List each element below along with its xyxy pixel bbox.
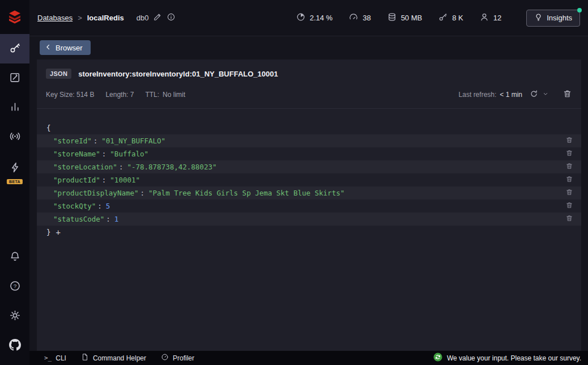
profiler-button[interactable]: Profiler [161,353,194,363]
chevron-left-icon [45,44,52,52]
svg-text:?: ? [13,283,16,289]
refresh-options-button[interactable] [542,91,549,99]
sidebar-item-help[interactable]: ? [0,272,29,302]
json-colon: : [140,189,145,197]
json-colon: : [119,163,123,171]
cpu-usage-icon [296,12,306,24]
sidebar-item-triggers-functions[interactable]: BETA [0,152,29,185]
gear-icon [9,309,21,324]
json-field-row: "productDisplayName" : "Palm Tree Kids G… [37,186,581,200]
delete-field-button[interactable] [565,201,573,211]
json-field-value[interactable]: "-78.878738,42.88023" [127,163,216,171]
edit-db-alias-button[interactable] [153,12,162,23]
json-field-key[interactable]: "productDisplayName" [53,189,139,197]
json-field-row: "productId" : "10001" [37,173,581,186]
command-helper-label: Command Helper [93,354,146,362]
json-colon: : [106,215,110,223]
refresh-icon [529,89,539,100]
bottom-bar: >_ CLI Command Helper Profiler [29,351,588,365]
sidebar: BETA ? [0,0,29,365]
refresh-key-button[interactable] [529,89,539,100]
insights-button[interactable]: Insights [526,10,580,27]
trash-icon [565,188,573,198]
commands-per-sec-value: 38 [363,14,370,22]
json-field-value[interactable]: "01_NY_BUFFALO" [101,137,165,145]
json-colon: : [93,137,98,145]
json-colon: : [102,150,106,158]
key-icon [9,42,21,56]
json-field-key[interactable]: "storeName" [53,150,100,158]
delete-field-button[interactable] [565,162,573,172]
json-field-key[interactable]: "statusCode" [53,215,104,223]
json-close-line: } + [37,226,581,239]
key-ttl-group[interactable]: TTL: No limit [145,91,185,99]
json-field-value[interactable]: "10001" [110,176,140,184]
sidebar-bottom: ? [0,243,29,365]
insights-button-label: Insights [547,14,572,22]
json-field-row: "stockQty" : 5 [37,200,581,213]
trash-icon [565,214,573,224]
back-to-browser-button[interactable]: Browser [40,40,91,55]
last-refresh-value: < 1 min [500,91,522,99]
key-header: JSON storeInventory:storeInventoryId:01_… [37,60,581,83]
json-field-key[interactable]: "productId" [53,176,100,184]
delete-field-button[interactable] [565,136,573,146]
json-field-key[interactable]: "stockQty" [53,202,96,210]
app-window: BETA ? [0,0,588,365]
content-area: Browser JSON storeInventory:storeInvento… [29,36,588,365]
trash-icon [565,201,573,211]
sidebar-item-notifications[interactable] [0,243,29,272]
key-meta-row: Key Size: 514 B Length: 7 TTL: No limit … [37,83,581,109]
back-to-browser-label: Browser [56,44,83,52]
json-field-key[interactable]: "storeId" [53,137,92,145]
command-helper-button[interactable]: Command Helper [81,353,146,363]
sidebar-item-browser[interactable] [0,34,29,63]
main-area: Databases > localRedis db0 [29,0,588,365]
cpu-usage-value: 2.14 % [310,14,333,22]
delete-field-button[interactable] [565,149,573,159]
cli-button[interactable]: >_ CLI [44,354,66,362]
notification-dot [577,8,582,12]
sidebar-item-settings[interactable] [0,302,29,331]
json-field-value[interactable]: 5 [106,202,110,210]
delete-field-button[interactable] [565,188,573,198]
key-size-label: Key Size: 514 B [46,91,94,99]
add-field-button[interactable]: + [56,228,61,236]
breadcrumb-databases-link[interactable]: Databases [37,14,73,22]
breadcrumb-separator: > [78,14,82,22]
db-stats: 2.14 % 38 50 MB [296,12,502,24]
cpu-usage-stat: 2.14 % [296,12,333,24]
json-field-key[interactable]: "storeLocation" [53,163,117,171]
survey-link[interactable]: We value your input. Please take our sur… [433,353,581,363]
speedometer-icon [348,12,359,24]
json-viewer: { "storeId" : "01_NY_BUFFALO" "storeName… [37,109,581,351]
redis-logo[interactable] [0,0,29,34]
sidebar-item-analytics[interactable] [0,93,29,122]
total-keys-value: 8 K [452,14,463,22]
refresh-controls: Last refresh: < 1 min [459,89,572,100]
lightning-icon [9,162,21,176]
json-field-value[interactable]: "Palm Tree Kids Girls Sp Jema Skt Blue S… [148,189,344,197]
gauge-icon [161,353,169,363]
db-index-group: db0 [137,12,176,23]
help-icon: ? [9,280,21,294]
db-index-label: db0 [137,14,149,22]
delete-field-button[interactable] [565,214,573,224]
sidebar-item-pub-sub[interactable] [0,122,29,152]
json-field-value[interactable]: 1 [114,215,119,223]
delete-field-button[interactable] [565,175,573,185]
key-type-badge: JSON [46,69,71,79]
key-name[interactable]: storeInventory:storeInventoryId:01_NY_BU… [78,70,278,78]
json-field-value[interactable]: "Buffalo" [110,150,148,158]
delete-key-button[interactable] [563,89,572,100]
database-icon [387,12,397,24]
sidebar-item-github[interactable] [0,331,29,360]
db-info-button[interactable] [167,12,176,23]
user-icon [479,12,489,24]
keys-count-icon [438,12,448,24]
last-refresh-label: Last refresh: [459,91,497,99]
sidebar-item-workbench[interactable] [0,63,29,93]
memory-usage-value: 50 MB [401,14,423,22]
memory-usage-stat: 50 MB [387,12,423,24]
json-rows: "storeId" : "01_NY_BUFFALO" "storeName" … [37,134,581,226]
